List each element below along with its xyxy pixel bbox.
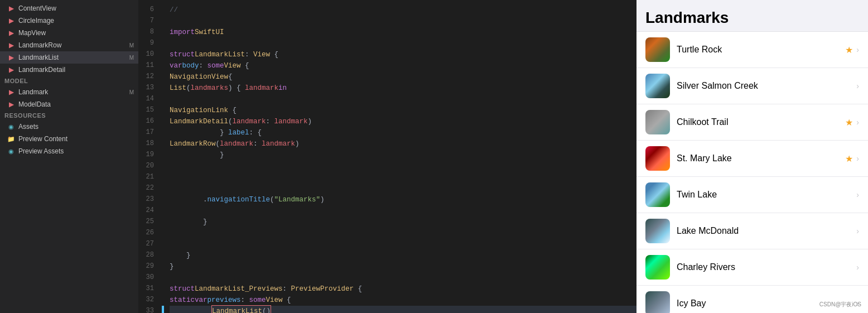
list-item[interactable]: Turtle Rock★› [636,32,868,68]
sidebar-item-label: Preview Content [18,135,134,143]
code-line: // [170,4,636,16]
sidebar-item-label: ContentView [18,4,134,12]
code-line-highlighted: LandmarkList() [170,306,636,313]
code-line: } [170,250,636,261]
landmark-thumbnail [645,146,670,171]
chevron-right-icon: › [856,227,859,235]
preview-nav: Landmarks [636,0,868,32]
swift-icon: ▶ [7,53,16,62]
list-item[interactable]: Icy Bay› [636,286,868,313]
chevron-right-icon: › [856,45,859,54]
line-numbers: 6 7 8 9 10 11 12 13 14 15 16 17 18 19 20… [138,0,161,313]
sidebar-item-label: ModelData [18,100,134,108]
code-editor: 6 7 8 9 10 11 12 13 14 15 16 17 18 19 20… [138,0,636,313]
sidebar-item-preview-assets[interactable]: ◉ Preview Assets [0,145,138,157]
code-line: LandmarkRow(landmark: landmark) [170,138,636,150]
sidebar-group-resources: Resources [0,110,138,121]
sidebar-item-label: LandmarkRow [18,41,127,49]
code-content[interactable]: // import SwiftUI struct LandmarkList: V… [161,0,636,313]
sidebar-item-circleimage[interactable]: ▶ CircleImage [0,15,138,27]
sidebar-item-mapview[interactable]: ▶ MapView [0,27,138,39]
list-item[interactable]: Chilkoot Trail★› [636,104,868,141]
sidebar: ▶ ContentView ▶ CircleImage ▶ MapView ▶ … [0,0,138,313]
code-line [170,172,636,183]
current-line-indicator [162,306,164,313]
sidebar-item-assets[interactable]: ◉ Assets [0,121,138,133]
favorite-star: ★ [845,153,853,164]
code-line: .navigationTitle("Landmarks") [170,194,636,205]
folder-icon: 📁 [7,134,16,143]
landmark-name: Chilkoot Trail [677,117,845,127]
swift-icon: ▶ [7,100,16,109]
landmark-thumbnail [645,182,670,207]
chevron-right-icon: › [856,299,859,308]
list-item[interactable]: Silver Salmon Creek› [636,68,868,104]
asset-icon: ◉ [7,147,16,156]
sidebar-item-label: LandmarkList [18,54,127,61]
code-line: struct LandmarkList: View { [170,49,636,60]
badge-m: M [129,89,134,95]
landmarks-title: Landmarks [645,9,859,27]
code-line [170,239,636,250]
badge-m: M [129,55,134,61]
sidebar-item-landmarklist[interactable]: ▶ LandmarkList M [0,51,138,64]
sidebar-item-label: MapView [18,29,134,37]
sidebar-item-label: Preview Assets [18,147,134,155]
assets-icon: ◉ [7,122,16,131]
highlight-box: LandmarkList() [211,305,271,313]
swift-icon: ▶ [7,28,16,37]
sidebar-item-contentview[interactable]: ▶ ContentView [0,2,138,15]
landmark-name: St. Mary Lake [677,153,845,163]
favorite-star: ★ [845,117,853,128]
landmark-list: Turtle Rock★›Silver Salmon Creek›Chilkoo… [636,32,868,313]
chevron-right-icon: › [856,81,859,90]
badge-m: M [129,42,134,49]
sidebar-item-label: Assets [18,123,134,131]
sidebar-item-landmarkdetail[interactable]: ▶ LandmarkDetail [0,64,138,76]
landmark-name: Turtle Rock [677,45,845,55]
code-line [170,228,636,239]
code-line: struct LandmarkList_Previews: PreviewPro… [170,283,636,295]
sidebar-item-landmarkrow[interactable]: ▶ LandmarkRow M [0,39,138,51]
list-item[interactable]: Twin Lake› [636,177,868,213]
landmark-thumbnail [645,255,670,280]
landmark-name: Icy Bay [677,298,856,309]
swift-icon: ▶ [7,4,16,13]
landmark-name: Twin Lake [677,190,856,200]
landmark-name: Silver Salmon Creek [677,81,856,91]
code-line: } [170,216,636,228]
landmark-thumbnail [645,291,670,313]
list-item[interactable]: Charley Rivers› [636,249,868,286]
landmark-thumbnail [645,37,670,62]
code-line [170,161,636,172]
sidebar-item-label: CircleImage [18,17,134,25]
code-line: static var previews: some View { [170,295,636,306]
code-line: } [170,150,636,161]
sidebar-item-modeldata[interactable]: ▶ ModelData [0,98,138,110]
swift-icon: ▶ [7,88,16,97]
landmark-name: Charley Rivers [677,262,856,272]
swift-icon: ▶ [7,16,16,25]
code-line: var body: some View { [170,60,636,71]
landmark-name: Lake McDonald [677,226,856,236]
sidebar-item-label: LandmarkDetail [18,66,134,74]
sidebar-group-model: Model [0,76,138,86]
sidebar-item-preview-content[interactable]: 📁 Preview Content [0,133,138,145]
landmark-thumbnail [645,74,670,98]
code-line: List(landmarks) { landmark in [170,83,636,94]
landmark-thumbnail [645,219,670,243]
preview-panel: Landmarks Turtle Rock★›Silver Salmon Cre… [636,0,868,313]
code-line: LandmarkDetail(landmark: landmark) [170,116,636,127]
chevron-right-icon: › [856,263,859,272]
list-item[interactable]: St. Mary Lake★› [636,141,868,177]
sidebar-item-landmark[interactable]: ▶ Landmark M [0,86,138,98]
code-line [170,205,636,216]
chevron-right-icon: › [856,118,859,127]
landmark-thumbnail [645,110,670,134]
chevron-right-icon: › [856,190,859,199]
code-line: import SwiftUI [170,27,636,38]
code-line: } label: { [170,127,636,138]
list-item[interactable]: Lake McDonald› [636,213,868,249]
code-line [170,94,636,105]
code-line [170,183,636,194]
